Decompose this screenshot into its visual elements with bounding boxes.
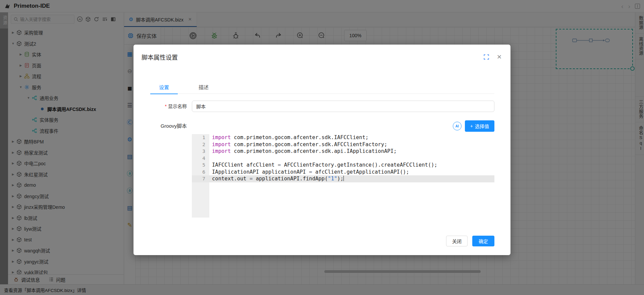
line-number: 3	[192, 148, 209, 155]
groovy-script-label: Groovy脚本	[133, 120, 187, 132]
code-line: 4	[192, 155, 494, 162]
close-icon[interactable]: ✕	[497, 54, 502, 60]
dialog-tabs: 设置描述	[150, 80, 494, 94]
required-asterisk: *	[165, 104, 167, 109]
script-properties-dialog: 脚本属性设置 ✕ 设置描述 *显示名称 Groovy脚本 AI + 选择值 1i…	[133, 45, 511, 255]
code-line-current: 7context.out = applicationAPI.findApp("1…	[192, 175, 494, 182]
text-cursor	[343, 176, 344, 181]
line-number: 2	[192, 141, 209, 148]
code-line: 6IApplicationAPI applicationAPI = afcCli…	[192, 169, 494, 176]
code-text: import com.primeton.gocom.afcenter.sdk.I…	[209, 134, 369, 141]
line-number: 5	[192, 162, 209, 169]
code-text	[209, 155, 215, 162]
close-button[interactable]: 关闭	[446, 236, 468, 246]
code-text: IApplicationAPI applicationAPI = afcClie…	[209, 169, 409, 176]
code-line: 5IAFCClient afcClient = AFCClientFactory…	[192, 162, 494, 169]
code-text: context.out = applicationAPI.findApp("1"…	[209, 175, 344, 182]
line-number: 4	[192, 155, 209, 162]
display-name-input[interactable]	[192, 101, 494, 112]
ok-button[interactable]: 确定	[472, 236, 494, 246]
code-line: 3import com.primeton.gocom.afcenter.sdk.…	[192, 148, 494, 155]
code-line: 2import com.primeton.gocom.afcenter.sdk.…	[192, 141, 494, 148]
line-number: 6	[192, 169, 209, 176]
code-text: IAFCClient afcClient = AFCClientFactory.…	[209, 162, 437, 169]
code-text: import com.primeton.gocom.afcenter.sdk.a…	[209, 148, 397, 155]
dialog-tab-inactive[interactable]: 描述	[190, 80, 217, 94]
groovy-row: Groovy脚本 AI + 选择值	[133, 120, 511, 132]
display-name-label: *显示名称	[133, 101, 187, 112]
dialog-tab-active[interactable]: 设置	[150, 80, 178, 94]
code-text: import com.primeton.gocom.afcenter.sdk.A…	[209, 141, 387, 148]
line-number: 7	[192, 175, 209, 182]
select-value-button[interactable]: + 选择值	[465, 120, 494, 132]
display-name-row: *显示名称	[133, 101, 511, 112]
primeton-ide-app: Primeton-IDE ‹ › 资源 AI	[0, 0, 644, 295]
fullscreen-icon[interactable]	[483, 54, 489, 60]
groovy-code-editor[interactable]: 1import com.primeton.gocom.afcenter.sdk.…	[192, 134, 494, 218]
plus-icon: +	[470, 123, 473, 129]
line-number: 1	[192, 134, 209, 141]
code-line: 1import com.primeton.gocom.afcenter.sdk.…	[192, 134, 494, 141]
ai-assist-icon[interactable]: AI	[453, 122, 462, 130]
dialog-title: 脚本属性设置	[142, 53, 178, 61]
